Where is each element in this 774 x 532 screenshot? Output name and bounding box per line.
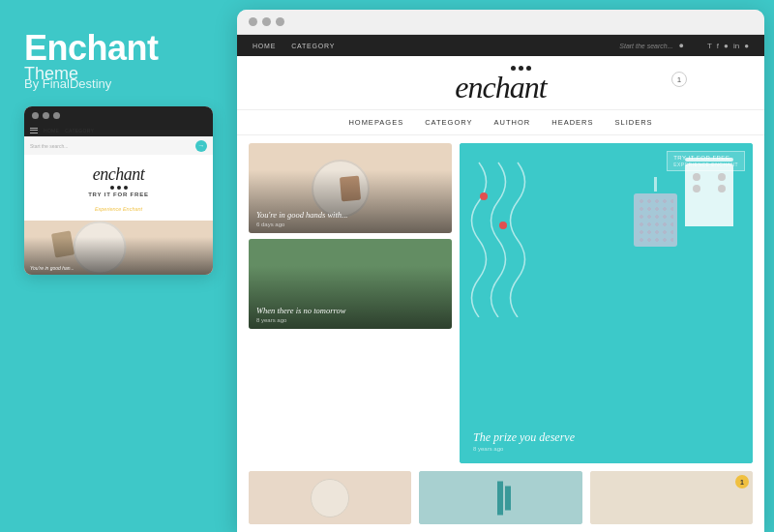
article-1-title: You're in good hands with...	[256, 210, 444, 221]
linkedin-icon: in	[733, 42, 739, 50]
main-preview-panel: HOME CATEGORY Start the search... ● T f …	[237, 10, 764, 532]
mini-dot-2	[43, 112, 49, 119]
article-1-caption: You're in good hands with... 6 days ago	[256, 210, 444, 227]
mini-nav-home: HOME	[44, 128, 59, 133]
site-nav-home: HOME	[253, 43, 276, 49]
browser-chrome	[237, 10, 764, 35]
articles-grid: You're in good hands with... 6 days ago …	[237, 135, 764, 471]
mini-search-placeholder: Start the search...	[30, 143, 68, 149]
site-nav-category: CATEGORY	[425, 118, 472, 127]
twitter-icon: T	[707, 42, 712, 50]
experience-enchant-label: Experience Enchant	[673, 162, 738, 167]
site-search-placeholder: Start the search...	[619, 43, 672, 49]
site-main-nav: HOMEPAGES CATEGORY AUTHOR HEADERS SLIDER…	[237, 109, 764, 135]
site-notification-badge: 1	[671, 72, 687, 87]
mini-try-btn: TRY IT FOR FREE	[32, 192, 205, 197]
clothing-hanger-2	[634, 177, 677, 247]
featured-article-meta: 8 years ago	[473, 446, 739, 452]
mini-experience: Experience Enchant	[95, 206, 142, 212]
site-logo-area: enchant 1	[237, 56, 764, 109]
svg-point-0	[480, 192, 488, 200]
site-nav-sliders: SLIDERS	[615, 118, 653, 127]
mini-preview-card: HOME CATEGORY Start the search... → ench…	[24, 106, 213, 275]
article-2-title: When there is no tomorrow	[256, 306, 444, 316]
site-social-icons: T f ● in ●	[707, 42, 749, 50]
left-sidebar: Enchant Theme By FinalDestiny HOME CATEG…	[0, 0, 237, 532]
bottom-card-1	[249, 471, 411, 524]
mini-logo-area: enchant TRY IT FOR FREE Experience Encha…	[24, 155, 213, 221]
try-free-badge: TRY IT FOR FREE Experience Enchant	[667, 151, 745, 171]
mini-article-image: You're in good han...	[24, 221, 213, 275]
website-content: HOME CATEGORY Start the search... ● T f …	[237, 35, 764, 532]
featured-article-caption: The prize you deserve 8 years ago	[473, 430, 739, 452]
browser-dot-1	[249, 17, 257, 26]
article-2-caption: When there is no tomorrow 8 years ago	[256, 306, 444, 323]
article-2-meta: 8 years ago	[256, 317, 444, 323]
mini-topbar: HOME CATEGORY	[24, 125, 213, 136]
mini-logo-text: enchant	[32, 164, 205, 185]
mini-search-bar: Start the search... →	[24, 136, 213, 155]
mini-search-icon: →	[195, 140, 207, 152]
browser-dot-2	[262, 17, 271, 26]
article-card-featured: TRY IT FOR FREE Experience Enchant The p…	[460, 143, 753, 463]
site-nav-homepages: HOMEPAGES	[348, 118, 403, 127]
bottom-card-3: 1	[590, 471, 753, 524]
article-left-column: You're in good hands with... 6 days ago …	[249, 143, 452, 463]
mini-dot-3	[53, 112, 60, 119]
bottom-articles-row: 1	[237, 471, 764, 532]
site-nav-headers: HEADERS	[551, 118, 593, 127]
pinterest-icon: ●	[744, 42, 749, 50]
site-topbar: HOME CATEGORY Start the search... ● T f …	[237, 35, 764, 56]
article-1-meta: 6 days ago	[256, 222, 444, 227]
featured-article-title: The prize you deserve	[473, 430, 739, 444]
site-nav-category: CATEGORY	[291, 43, 335, 49]
facebook-icon: f	[717, 42, 719, 50]
mini-dot-1	[32, 112, 39, 119]
browser-dot-3	[276, 17, 284, 26]
instagram-icon: ●	[724, 42, 729, 50]
article-card-2: When there is no tomorrow 8 years ago	[249, 239, 452, 329]
theme-author: By FinalDestiny	[24, 76, 213, 91]
mini-article-caption: You're in good han...	[30, 265, 74, 271]
wavy-decoration	[469, 153, 547, 317]
mini-hamburger-icon	[30, 128, 38, 133]
article-card-1: You're in good hands with... 6 days ago	[249, 143, 452, 233]
mini-browser-chrome	[24, 106, 213, 125]
mini-nav-category: CATEGORY	[65, 128, 94, 133]
theme-title: Enchant	[24, 29, 213, 68]
bottom-card-badge: 1	[735, 475, 749, 488]
svg-point-1	[499, 222, 507, 229]
site-nav-author: AUTHOR	[494, 118, 531, 127]
bottom-card-2	[419, 471, 581, 524]
site-search-area: Start the search... ●	[619, 41, 684, 50]
site-search-icon: ●	[679, 41, 684, 50]
